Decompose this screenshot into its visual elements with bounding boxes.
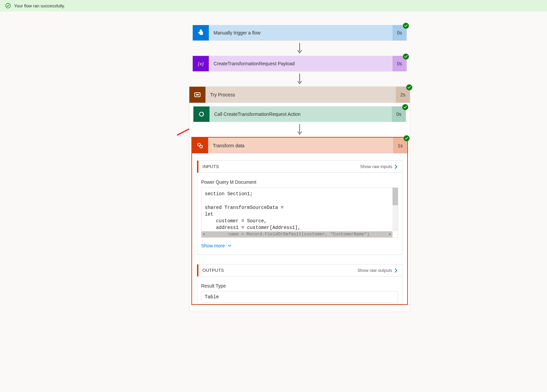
check-circle-icon — [5, 3, 11, 8]
show-more-link[interactable]: Show more — [201, 243, 398, 248]
transform-icon — [192, 138, 208, 153]
show-raw-outputs-link[interactable]: Show raw outputs — [358, 268, 398, 273]
step-title: Transform data — [208, 138, 393, 153]
touch-icon — [193, 25, 209, 41]
scope-icon — [189, 87, 205, 103]
svg-text:{x}: {x} — [198, 61, 204, 66]
success-badge-icon — [403, 54, 409, 60]
banner-message: Your flow ran successfully. — [14, 3, 65, 8]
outputs-field-label: Result Type — [201, 283, 398, 289]
step-title: Call CreateTransformationRequest Action — [209, 106, 392, 122]
scrollbar-vertical[interactable] — [392, 188, 398, 231]
scope-container: Try Process 2s Call CreateTransformation… — [189, 86, 410, 312]
success-badge-icon — [403, 23, 409, 29]
chevron-down-icon — [228, 244, 232, 248]
code-viewer[interactable]: section Section1; shared TransformSource… — [201, 187, 398, 238]
step-title: Manually trigger a flow — [209, 25, 392, 41]
dataverse-action-step[interactable]: Call CreateTransformationRequest Action … — [193, 106, 406, 122]
inputs-panel: INPUTS Show raw inputs Power Query M Doc… — [197, 160, 403, 255]
variable-step[interactable]: {x} CreateTransformationRequest Payload … — [192, 56, 407, 72]
connector-arrow-icon — [296, 122, 303, 137]
step-title: CreateTransformationRequest Payload — [209, 56, 392, 71]
flow-canvas: Manually trigger a flow 0s {x} CreateTra… — [0, 11, 547, 312]
outputs-header-title: OUTPUTS — [202, 268, 224, 273]
scope-step[interactable]: Try Process 2s — [189, 87, 410, 103]
connector-arrow-icon — [296, 72, 303, 86]
step-title: Try Process — [205, 87, 396, 103]
result-type-value: Table — [201, 291, 398, 303]
chevron-right-icon — [394, 165, 398, 169]
inputs-field-label: Power Query M Document — [201, 179, 398, 185]
inputs-header-title: INPUTS — [202, 164, 219, 169]
show-raw-inputs-link[interactable]: Show raw inputs — [360, 164, 398, 169]
success-badge-icon — [402, 104, 408, 110]
success-badge-icon — [406, 84, 412, 90]
chevron-right-icon — [394, 268, 398, 272]
transform-step[interactable]: Transform data 1s — [192, 138, 407, 154]
svg-point-11 — [200, 145, 202, 148]
success-badge-icon — [404, 135, 410, 141]
scrollbar-horizontal[interactable]: name = Record.FieldOrDefault(customer, "… — [201, 231, 392, 237]
variable-icon: {x} — [193, 56, 209, 71]
outputs-panel: OUTPUTS Show raw outputs Result Type Tab… — [197, 264, 403, 304]
trigger-step[interactable]: Manually trigger a flow 0s — [192, 25, 407, 41]
svg-rect-8 — [196, 94, 199, 95]
success-banner: Your flow ran successfully. — [0, 0, 547, 11]
connector-arrow-icon — [296, 41, 303, 56]
transform-step-expanded: Transform data 1s INPUTS Show raw inputs — [191, 137, 408, 305]
dataverse-icon — [193, 106, 209, 122]
